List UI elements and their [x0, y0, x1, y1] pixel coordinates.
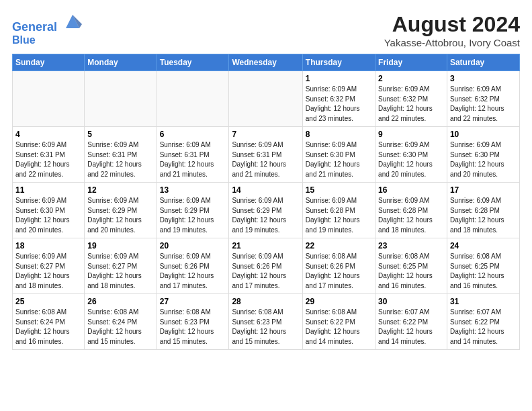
day-number: 12	[87, 185, 153, 195]
day-info: Sunrise: 6:09 AM Sunset: 6:29 PM Dayligh…	[232, 196, 299, 235]
calendar-cell: 22Sunrise: 6:08 AM Sunset: 6:26 PM Dayli…	[302, 238, 375, 294]
calendar-cell: 13Sunrise: 6:09 AM Sunset: 6:29 PM Dayli…	[157, 183, 229, 238]
day-info: Sunrise: 6:09 AM Sunset: 6:29 PM Dayligh…	[87, 196, 153, 235]
day-number: 17	[450, 185, 517, 195]
day-info: Sunrise: 6:09 AM Sunset: 6:32 PM Dayligh…	[450, 85, 517, 124]
calendar-cell: 29Sunrise: 6:08 AM Sunset: 6:22 PM Dayli…	[302, 294, 375, 350]
day-info: Sunrise: 6:09 AM Sunset: 6:26 PM Dayligh…	[232, 252, 299, 291]
calendar-week-1: 1Sunrise: 6:09 AM Sunset: 6:32 PM Daylig…	[13, 71, 520, 127]
main-title: August 2024	[384, 12, 520, 37]
calendar-cell: 16Sunrise: 6:09 AM Sunset: 6:28 PM Dayli…	[375, 183, 447, 238]
day-info: Sunrise: 6:09 AM Sunset: 6:31 PM Dayligh…	[15, 140, 81, 179]
day-number: 25	[15, 297, 81, 306]
calendar-cell: 15Sunrise: 6:09 AM Sunset: 6:28 PM Dayli…	[302, 183, 375, 238]
calendar-cell: 26Sunrise: 6:08 AM Sunset: 6:24 PM Dayli…	[85, 294, 157, 350]
day-info: Sunrise: 6:09 AM Sunset: 6:28 PM Dayligh…	[450, 196, 517, 235]
calendar-header-row: SundayMondayTuesdayWednesdayThursdayFrid…	[13, 54, 520, 71]
calendar-cell: 11Sunrise: 6:09 AM Sunset: 6:30 PM Dayli…	[13, 183, 85, 238]
calendar-cell: 3Sunrise: 6:09 AM Sunset: 6:32 PM Daylig…	[447, 71, 519, 127]
calendar-cell: 10Sunrise: 6:09 AM Sunset: 6:30 PM Dayli…	[447, 127, 519, 183]
day-number: 30	[378, 297, 444, 306]
calendar-cell: 14Sunrise: 6:09 AM Sunset: 6:29 PM Dayli…	[229, 183, 302, 238]
day-number: 6	[160, 130, 226, 139]
day-number: 15	[306, 185, 372, 195]
day-number: 29	[306, 297, 372, 306]
day-number: 11	[15, 185, 81, 195]
day-info: Sunrise: 6:09 AM Sunset: 6:32 PM Dayligh…	[378, 85, 444, 124]
calendar-cell	[157, 71, 229, 127]
day-info: Sunrise: 6:08 AM Sunset: 6:22 PM Dayligh…	[306, 308, 372, 347]
day-info: Sunrise: 6:09 AM Sunset: 6:30 PM Dayligh…	[378, 140, 444, 179]
calendar-cell: 21Sunrise: 6:09 AM Sunset: 6:26 PM Dayli…	[229, 238, 302, 294]
calendar-cell: 20Sunrise: 6:09 AM Sunset: 6:26 PM Dayli…	[157, 238, 229, 294]
calendar-cell: 19Sunrise: 6:09 AM Sunset: 6:27 PM Dayli…	[85, 238, 157, 294]
day-info: Sunrise: 6:09 AM Sunset: 6:26 PM Dayligh…	[160, 252, 226, 291]
calendar-week-3: 11Sunrise: 6:09 AM Sunset: 6:30 PM Dayli…	[13, 183, 520, 238]
calendar: SundayMondayTuesdayWednesdayThursdayFrid…	[12, 54, 520, 350]
calendar-cell: 1Sunrise: 6:09 AM Sunset: 6:32 PM Daylig…	[302, 71, 375, 127]
day-number: 21	[232, 241, 299, 250]
day-info: Sunrise: 6:09 AM Sunset: 6:30 PM Dayligh…	[450, 140, 517, 179]
day-number: 4	[15, 130, 81, 139]
logo: General Blue	[12, 12, 82, 46]
day-info: Sunrise: 6:09 AM Sunset: 6:31 PM Dayligh…	[160, 140, 226, 179]
calendar-cell: 5Sunrise: 6:09 AM Sunset: 6:31 PM Daylig…	[85, 127, 157, 183]
calendar-cell	[229, 71, 302, 127]
calendar-cell: 7Sunrise: 6:09 AM Sunset: 6:31 PM Daylig…	[229, 127, 302, 183]
day-info: Sunrise: 6:09 AM Sunset: 6:32 PM Dayligh…	[306, 85, 372, 124]
day-info: Sunrise: 6:08 AM Sunset: 6:23 PM Dayligh…	[232, 308, 299, 347]
calendar-cell: 12Sunrise: 6:09 AM Sunset: 6:29 PM Dayli…	[85, 183, 157, 238]
day-number: 8	[306, 130, 372, 139]
day-info: Sunrise: 6:09 AM Sunset: 6:30 PM Dayligh…	[306, 140, 372, 179]
day-header-friday: Friday	[375, 54, 447, 71]
day-number: 19	[87, 241, 153, 250]
calendar-week-2: 4Sunrise: 6:09 AM Sunset: 6:31 PM Daylig…	[13, 127, 520, 183]
day-number: 10	[450, 130, 517, 139]
day-number: 24	[450, 241, 517, 250]
day-header-sunday: Sunday	[13, 54, 85, 71]
day-header-monday: Monday	[85, 54, 157, 71]
calendar-week-4: 18Sunrise: 6:09 AM Sunset: 6:27 PM Dayli…	[13, 238, 520, 294]
day-info: Sunrise: 6:08 AM Sunset: 6:24 PM Dayligh…	[87, 308, 153, 347]
calendar-cell: 18Sunrise: 6:09 AM Sunset: 6:27 PM Dayli…	[13, 238, 85, 294]
calendar-cell: 9Sunrise: 6:09 AM Sunset: 6:30 PM Daylig…	[375, 127, 447, 183]
calendar-cell: 25Sunrise: 6:08 AM Sunset: 6:24 PM Dayli…	[13, 294, 85, 350]
day-number: 14	[232, 185, 299, 195]
day-header-thursday: Thursday	[302, 54, 375, 71]
day-info: Sunrise: 6:08 AM Sunset: 6:23 PM Dayligh…	[160, 308, 226, 347]
day-number: 18	[15, 241, 81, 250]
header: General Blue August 2024 Yakasse-Attobro…	[12, 12, 520, 48]
title-block: August 2024 Yakasse-Attobrou, Ivory Coas…	[384, 12, 520, 48]
calendar-cell: 23Sunrise: 6:08 AM Sunset: 6:25 PM Dayli…	[375, 238, 447, 294]
day-number: 16	[378, 185, 444, 195]
day-header-wednesday: Wednesday	[229, 54, 302, 71]
day-number: 28	[232, 297, 299, 306]
day-number: 2	[378, 74, 444, 83]
day-number: 22	[306, 241, 372, 250]
calendar-cell: 27Sunrise: 6:08 AM Sunset: 6:23 PM Dayli…	[157, 294, 229, 350]
day-info: Sunrise: 6:09 AM Sunset: 6:30 PM Dayligh…	[15, 196, 81, 235]
calendar-cell: 28Sunrise: 6:08 AM Sunset: 6:23 PM Dayli…	[229, 294, 302, 350]
calendar-cell: 4Sunrise: 6:09 AM Sunset: 6:31 PM Daylig…	[13, 127, 85, 183]
day-info: Sunrise: 6:09 AM Sunset: 6:27 PM Dayligh…	[87, 252, 153, 291]
calendar-cell: 24Sunrise: 6:08 AM Sunset: 6:25 PM Dayli…	[447, 238, 519, 294]
day-number: 31	[450, 297, 517, 306]
subtitle: Yakasse-Attobrou, Ivory Coast	[384, 37, 520, 48]
calendar-cell: 6Sunrise: 6:09 AM Sunset: 6:31 PM Daylig…	[157, 127, 229, 183]
day-number: 23	[378, 241, 444, 250]
day-info: Sunrise: 6:07 AM Sunset: 6:22 PM Dayligh…	[378, 308, 444, 347]
calendar-week-5: 25Sunrise: 6:08 AM Sunset: 6:24 PM Dayli…	[13, 294, 520, 350]
day-number: 26	[87, 297, 153, 306]
calendar-cell: 31Sunrise: 6:07 AM Sunset: 6:22 PM Dayli…	[447, 294, 519, 350]
logo-icon	[63, 12, 82, 31]
day-number: 1	[306, 74, 372, 83]
day-header-saturday: Saturday	[447, 54, 519, 71]
day-number: 9	[378, 130, 444, 139]
day-info: Sunrise: 6:08 AM Sunset: 6:25 PM Dayligh…	[450, 252, 517, 291]
logo-blue: Blue	[12, 34, 82, 46]
logo-general: General	[12, 20, 57, 34]
day-number: 3	[450, 74, 517, 83]
day-info: Sunrise: 6:09 AM Sunset: 6:27 PM Dayligh…	[15, 252, 81, 291]
day-number: 7	[232, 130, 299, 139]
calendar-cell	[13, 71, 85, 127]
